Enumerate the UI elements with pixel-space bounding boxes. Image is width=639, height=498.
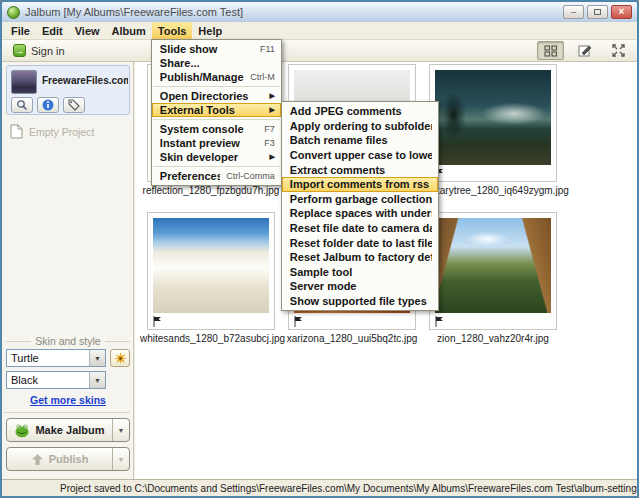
grid-view-icon: [544, 45, 558, 57]
project-card[interactable]: FreewareFiles.com Test: [6, 65, 130, 115]
expand-arrows-icon: [612, 44, 625, 57]
menu-item-share[interactable]: Share...: [152, 56, 281, 70]
menu-separator: [153, 166, 280, 167]
photo-image: [435, 218, 551, 313]
publish-button[interactable]: Publish ▼: [6, 447, 130, 471]
make-album-dropdown-arrow[interactable]: ▼: [112, 419, 129, 441]
menu-edit[interactable]: Edit: [36, 22, 69, 39]
flag-icon: [294, 316, 303, 327]
menu-item-add-jpeg-comments[interactable]: Add JPEG comments: [282, 104, 438, 119]
menu-tools[interactable]: Tools Slide show F11 Share... Publish/Ma…: [152, 22, 193, 39]
search-button[interactable]: [11, 97, 33, 113]
menu-item-publish-manage[interactable]: Publish/Manage... Ctrl-M: [152, 70, 281, 84]
divider: [6, 341, 31, 342]
menu-item-instant-preview[interactable]: Instant preview F3: [152, 136, 281, 150]
skin-select-value: Turtle: [11, 352, 39, 364]
menu-item-batch-rename-files[interactable]: Batch rename files: [282, 133, 438, 148]
menu-separator: [153, 86, 280, 87]
menu-item-reset-jalbum-to-factory-defaults[interactable]: Reset Jalbum to factory defaults: [282, 250, 438, 265]
photo-thumbnail-zion[interactable]: [429, 212, 557, 330]
menu-item-preferences[interactable]: Preferences... Ctrl-Comma: [152, 169, 281, 183]
info-button[interactable]: [37, 97, 59, 113]
style-select[interactable]: Black ▼: [6, 371, 106, 389]
sign-in-label: Sign in: [31, 45, 65, 57]
thumbnail-cell: zion_1280_vahz20r4r.jpg: [422, 212, 564, 344]
window-controls: – ×: [563, 5, 632, 19]
style-select-row: Black ▼: [6, 371, 106, 389]
make-album-main: Make Jalbum: [7, 419, 112, 441]
maximize-button[interactable]: [587, 5, 608, 19]
tag-icon: [68, 99, 80, 111]
menu-file[interactable]: File: [5, 22, 36, 39]
make-album-button[interactable]: Make Jalbum ▼: [6, 418, 130, 442]
minimize-button[interactable]: –: [563, 5, 584, 19]
starburst-icon: [114, 352, 127, 365]
thumbnail-cell: solitarytree_1280_iq649zygm.jpg: [422, 64, 564, 196]
tag-button[interactable]: [63, 97, 85, 113]
menu-item-apply-ordering-to-subfolders[interactable]: Apply ordering to subfolders: [282, 119, 438, 134]
menu-help[interactable]: Help: [192, 22, 228, 39]
style-select-value: Black: [11, 374, 38, 386]
menu-item-replace-spaces-with-underscores[interactable]: Replace spaces with underscores: [282, 206, 438, 221]
skin-select[interactable]: Turtle ▼: [6, 349, 106, 367]
menu-item-skin-developer[interactable]: Skin developer ▶: [152, 150, 281, 164]
project-name: FreewareFiles.com Test: [42, 75, 128, 86]
flag-icon: [153, 316, 162, 327]
menu-item-server-mode[interactable]: Server mode: [282, 279, 438, 294]
sign-in-button[interactable]: → Sign in: [7, 43, 71, 58]
submenu-arrow-icon: ▶: [269, 106, 274, 114]
close-button[interactable]: ×: [611, 5, 632, 19]
divider: [4, 412, 130, 413]
menu-item-import-comments-from-rss-file[interactable]: Import comments from rss file: [282, 177, 438, 192]
menu-item-reset-file-date-to-camera-date[interactable]: Reset file date to camera date: [282, 221, 438, 236]
window-title: Jalbum [My Albums\FreewareFiles.com Test…: [25, 6, 243, 18]
publish-label: Publish: [49, 453, 89, 465]
menu-item-perform-garbage-collection[interactable]: Perform garbage collection: [282, 192, 438, 207]
fullscreen-view-button[interactable]: [605, 41, 632, 60]
empty-project-label: Empty Project: [29, 126, 94, 138]
jalbum-logo-icon: [7, 6, 20, 19]
photo-thumbnail-whitesands[interactable]: [147, 212, 275, 330]
menu-view[interactable]: View: [69, 22, 106, 39]
photo-image: [153, 218, 269, 313]
empty-project-item[interactable]: Empty Project: [10, 124, 94, 139]
page-icon: [10, 124, 23, 139]
menu-item-extract-comments[interactable]: Extract comments: [282, 162, 438, 177]
photo-thumbnail-solitarytree[interactable]: [429, 64, 557, 182]
external-tools-submenu: Add JPEG comments Apply ordering to subf…: [281, 101, 439, 311]
skin-select-row: Turtle ▼: [6, 349, 106, 367]
project-buttons: [11, 97, 85, 113]
menu-item-open-directories[interactable]: Open Directories ▶: [152, 89, 281, 103]
photo-image: [435, 70, 551, 165]
photo-filename: whitesands_1280_b72asubcj.jpg: [140, 333, 282, 344]
make-album-label: Make Jalbum: [35, 424, 104, 436]
divider: [105, 341, 130, 342]
info-icon: [42, 99, 54, 111]
chevron-down-icon: ▼: [89, 372, 105, 388]
view-buttons-group: [530, 41, 632, 60]
tools-menu-dropdown: Slide show F11 Share... Publish/Manage..…: [151, 39, 282, 186]
skin-section-label: Skin and style: [35, 335, 100, 347]
menu-item-show-supported-file-types[interactable]: Show supported file types: [282, 294, 438, 309]
thumbnail-view-button[interactable]: [537, 41, 564, 60]
edit-view-button[interactable]: [571, 41, 598, 60]
menu-item-sample-tool[interactable]: Sample tool: [282, 265, 438, 280]
flag-icon: [435, 316, 444, 327]
menu-item-slide-show[interactable]: Slide show F11: [152, 42, 281, 56]
menu-item-convert-upper-case-to-lower-case[interactable]: Convert upper case to lower case: [282, 148, 438, 163]
get-more-skins-link[interactable]: Get more skins: [2, 394, 134, 406]
sign-in-arrow-icon: →: [13, 44, 26, 57]
menu-album[interactable]: Album: [106, 22, 152, 39]
menu-item-system-console[interactable]: System console F7: [152, 122, 281, 136]
submenu-arrow-icon: ▶: [269, 92, 274, 100]
publish-main: Publish: [7, 448, 112, 470]
submenu-arrow-icon: ▶: [269, 153, 274, 161]
title-bar: Jalbum [My Albums\FreewareFiles.com Test…: [2, 2, 637, 22]
project-thumbnail: [11, 70, 37, 94]
publish-dropdown-arrow[interactable]: ▼: [112, 448, 129, 470]
photo-filename: reflection_1280_fpzbgdu7h.jpg: [140, 185, 282, 196]
menu-item-external-tools[interactable]: External Tools ▶ Add JPEG comments Apply…: [152, 103, 281, 117]
menu-item-reset-folder-date-to-last-file-date[interactable]: Reset folder date to last file date: [282, 235, 438, 250]
sidebar: FreewareFiles.com Test Empty Project Ski…: [2, 62, 134, 479]
skin-properties-button[interactable]: [110, 349, 130, 367]
